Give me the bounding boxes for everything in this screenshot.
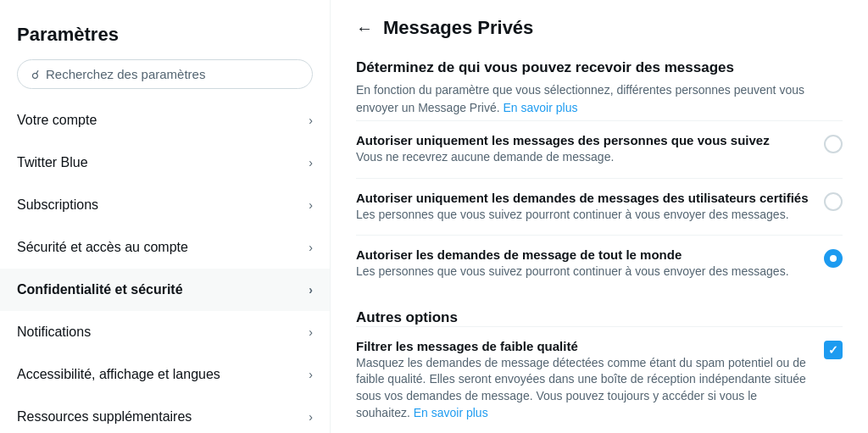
- back-arrow[interactable]: ←: [356, 19, 373, 38]
- sidebar-title: Paramètres: [0, 17, 330, 59]
- autres-title: Autres options: [356, 309, 843, 326]
- option-label: Autoriser uniquement les messages des pe…: [356, 133, 814, 147]
- page-title: Messages Privés: [383, 17, 533, 39]
- section1-desc: En fonction du paramètre que vous sélect…: [356, 81, 843, 117]
- section1-learn-more-link[interactable]: En savoir plus: [504, 101, 578, 114]
- sidebar-item-label: Twitter Blue: [17, 155, 88, 170]
- chevron-right-icon: ›: [309, 156, 313, 169]
- sidebar-nav: Votre compte › Twitter Blue › Subscripti…: [0, 99, 330, 433]
- option-label: Autoriser uniquement les demandes de mes…: [356, 191, 814, 205]
- chevron-right-icon: ›: [309, 410, 313, 424]
- intro-block: Déterminez de qui vous pouvez recevoir d…: [356, 59, 843, 117]
- learn-more-link-filtrer[interactable]: En savoir plus: [410, 406, 488, 419]
- option-label: Filtrer les messages de faible qualité: [356, 339, 814, 353]
- search-icon: ☌: [31, 68, 39, 81]
- autres-section: Autres options Filtrer les messages de f…: [356, 309, 843, 433]
- chevron-right-icon: ›: [309, 368, 313, 381]
- option-row-opt1[interactable]: Autoriser uniquement les messages des pe…: [356, 120, 843, 178]
- sidebar-item-label: Votre compte: [17, 113, 97, 128]
- chevron-right-icon: ›: [309, 114, 313, 127]
- radio-opt2[interactable]: [824, 192, 843, 211]
- checkbox-filtrer[interactable]: [824, 341, 843, 359]
- chevron-right-icon: ›: [309, 283, 313, 297]
- search-box[interactable]: ☌ Recherchez des paramètres: [17, 59, 313, 89]
- sidebar-item-label: Sécurité et accès au compte: [17, 240, 188, 255]
- options-list: Autoriser uniquement les messages des pe…: [356, 120, 843, 292]
- radio-opt3[interactable]: [824, 249, 843, 268]
- section1-title: Déterminez de qui vous pouvez recevoir d…: [356, 59, 843, 76]
- autres-options-list: Filtrer les messages de faible qualité M…: [356, 326, 843, 433]
- main-content: ← Messages Privés Déterminez de qui vous…: [331, 0, 868, 433]
- sidebar-item-label: Accessibilité, affichage et langues: [17, 367, 220, 382]
- option-row-opt2[interactable]: Autoriser uniquement les demandes de mes…: [356, 178, 843, 236]
- option-sublabel: Masquez les demandes de message détectée…: [356, 355, 814, 421]
- sidebar-item-securite[interactable]: Sécurité et accès au compte ›: [0, 226, 330, 269]
- sidebar-item-accessibilite[interactable]: Accessibilité, affichage et langues ›: [0, 353, 330, 396]
- chevron-right-icon: ›: [309, 241, 313, 254]
- sidebar-item-label: Confidentialité et sécurité: [17, 282, 183, 297]
- sidebar-item-subscriptions[interactable]: Subscriptions ›: [0, 184, 330, 226]
- radio-opt1[interactable]: [824, 135, 843, 153]
- option-sublabel: Vous ne recevrez aucune demande de messa…: [356, 149, 814, 166]
- sidebar-item-notifications[interactable]: Notifications ›: [0, 311, 330, 353]
- sidebar-item-label: Subscriptions: [17, 197, 98, 213]
- sidebar-item-twitter-blue[interactable]: Twitter Blue ›: [0, 142, 330, 184]
- option-text: Autoriser les demandes de message de tou…: [356, 247, 814, 280]
- option-text: Autoriser uniquement les messages des pe…: [356, 133, 814, 166]
- main-header: ← Messages Privés: [356, 17, 843, 39]
- option-sublabel: Les personnes que vous suivez pourront c…: [356, 207, 814, 224]
- option-label: Autoriser les demandes de message de tou…: [356, 247, 814, 262]
- sidebar: Paramètres ☌ Recherchez des paramètres V…: [0, 0, 331, 433]
- option-row-opt3[interactable]: Autoriser les demandes de message de tou…: [356, 235, 843, 292]
- sidebar-item-votre-compte[interactable]: Votre compte ›: [0, 99, 330, 142]
- sidebar-item-label: Notifications: [17, 325, 91, 340]
- option-text: Filtrer les messages de faible qualité M…: [356, 339, 814, 421]
- sidebar-item-label: Ressources supplémentaires: [17, 409, 192, 425]
- option-sublabel: Les personnes que vous suivez pourront c…: [356, 264, 814, 280]
- sidebar-item-ressources[interactable]: Ressources supplémentaires ›: [0, 396, 330, 433]
- option-text: Autoriser uniquement les demandes de mes…: [356, 191, 814, 224]
- sidebar-item-confidentialite[interactable]: Confidentialité et sécurité ›: [0, 269, 330, 311]
- search-placeholder: Recherchez des paramètres: [46, 67, 205, 81]
- chevron-right-icon: ›: [309, 325, 313, 339]
- chevron-right-icon: ›: [309, 198, 313, 212]
- autre-option-row-filtrer[interactable]: Filtrer les messages de faible qualité M…: [356, 326, 843, 433]
